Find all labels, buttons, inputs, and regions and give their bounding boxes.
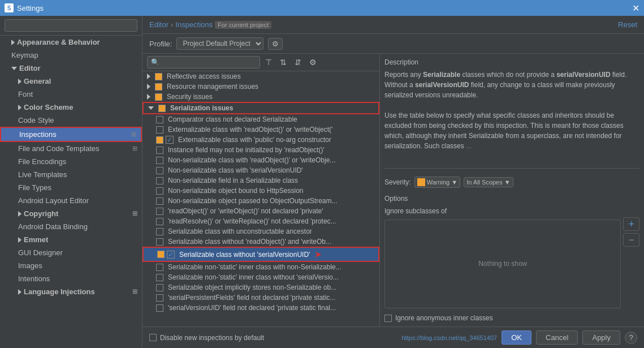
check-sv[interactable] [156, 304, 163, 312]
sidebar-item-appearance[interactable]: Appearance & Behavior [0, 36, 142, 49]
sidebar-item-file-types[interactable]: File Types [0, 181, 142, 194]
tree-item-instance-field[interactable]: Instance field may not be initialized by… [142, 145, 379, 155]
check-nss[interactable] [156, 197, 163, 205]
tree-label: Non-serializable class with 'readObject(… [168, 156, 335, 164]
disable-inspections-label: Disable new inspections by default [160, 334, 264, 342]
tree-item-externalizable2[interactable]: ✓ Externalizable class with 'public' no-… [142, 135, 379, 145]
check-su[interactable] [156, 228, 163, 235]
check-sn[interactable] [156, 264, 163, 271]
sidebar-item-font[interactable]: Font [0, 88, 142, 101]
ignore-anonymous-checkbox[interactable] [384, 315, 392, 322]
tree-item-serial-nonstatic2[interactable]: Serializable non-'static' inner class wi… [142, 272, 379, 282]
check-nsf[interactable] [156, 177, 163, 184]
tree-item-serial-implicit[interactable]: Serializable object implicitly stores no… [142, 282, 379, 293]
check-comparator[interactable] [156, 116, 163, 123]
check-tick-swu[interactable]: ✓ [167, 251, 175, 259]
close-button[interactable]: ✕ [632, 3, 639, 14]
tree-label: 'serialPersistentFields' field not decla… [168, 294, 335, 302]
sidebar-item-copyright[interactable]: Copyright ⊞ [0, 207, 142, 220]
desc-text: Reports any Serializable classes which d… [384, 70, 639, 164]
scope-select[interactable]: In All Scopes ▼ [464, 177, 513, 187]
check-sp[interactable] [156, 294, 163, 302]
check-security[interactable] [155, 93, 162, 101]
ok-button[interactable]: OK [502, 330, 531, 345]
expand-all-button[interactable]: ⇅ [277, 57, 289, 68]
sidebar-item-emmet[interactable]: Emmet [0, 233, 142, 246]
tree-item-serial-nonstatic[interactable]: Serializable non-'static' inner class wi… [142, 262, 379, 272]
tree-item-nonserial1[interactable]: Non-serializable class with 'readObject(… [142, 155, 379, 165]
check-nso[interactable] [156, 187, 163, 195]
reset-button[interactable]: Reset [618, 20, 637, 29]
check-serialization[interactable] [158, 105, 166, 112]
filter-button[interactable]: ⊤ [262, 57, 275, 68]
tree-item-nonserial2[interactable]: Non-serializable class with 'serialVersi… [142, 165, 379, 175]
tree-item-serialization[interactable]: Serialization issues [142, 102, 379, 114]
tree-toolbar: ⊤ ⇅ ⇵ ⚙ [142, 54, 379, 71]
sidebar-item-live-templates[interactable]: Live Templates [0, 168, 142, 181]
sidebar-item-android-data-binding[interactable]: Android Data Binding [0, 220, 142, 233]
sidebar-item-images[interactable]: Images [0, 259, 142, 272]
tree-item-comparator[interactable]: Comparator class not declared Serializab… [142, 114, 379, 124]
tree-search-input[interactable] [147, 56, 260, 68]
sidebar-item-intentions[interactable]: Intentions [0, 272, 142, 285]
apply-button[interactable]: Apply [582, 330, 620, 345]
check-ext2[interactable] [156, 136, 163, 144]
tree-item-nonserial-field[interactable]: Non-serializable field in a Serializable… [142, 175, 379, 186]
sidebar-item-android-layout-editor[interactable]: Android Layout Editor [0, 194, 142, 207]
arrow-down-icon [11, 67, 17, 70]
check-ext1[interactable] [156, 126, 163, 134]
check-reflective[interactable] [155, 73, 162, 80]
sidebar-item-editor[interactable]: Editor [0, 62, 142, 75]
tree-item-externalizable1[interactable]: Externalizable class with 'readObject()'… [142, 124, 379, 135]
check-resource[interactable] [155, 83, 162, 91]
check-instance[interactable] [156, 147, 163, 154]
sidebar-item-color-scheme[interactable]: Color Scheme [0, 101, 142, 114]
profile-gear-button[interactable]: ⚙ [268, 38, 283, 50]
bottom-left: Disable new inspections by default [149, 334, 264, 342]
sidebar-item-file-encodings[interactable]: File Encodings [0, 155, 142, 168]
settings-button[interactable]: ⚙ [306, 57, 319, 68]
breadcrumb-editor[interactable]: Editor [149, 20, 168, 29]
sidebar-item-language-injections[interactable]: Language Injections ⊞ [0, 285, 142, 298]
profile-row: Profile: Project Default Project ⚙ [142, 34, 644, 54]
check-si[interactable] [156, 284, 163, 291]
tree-item-security[interactable]: Security issues [142, 92, 379, 102]
sidebar-item-code-style[interactable]: Code Style [0, 114, 142, 127]
tree-item-reflective[interactable]: Reflective access issues [142, 71, 379, 81]
tree-item-nonserial-stream[interactable]: Non-serializable object passed to Object… [142, 196, 379, 206]
tree-item-serial-readobj[interactable]: Serializable class without 'readObject()… [142, 237, 379, 247]
profile-select[interactable]: Project Default Project [176, 37, 263, 50]
help-button[interactable]: ? [625, 332, 637, 344]
severity-value: Warning [427, 179, 450, 186]
severity-select[interactable]: Warning ▼ [414, 177, 460, 188]
collapse-all-button[interactable]: ⇵ [292, 57, 304, 68]
tree-item-readobject[interactable]: 'readObject()' or 'writeObject()' not de… [142, 206, 379, 216]
remove-button[interactable]: − [623, 233, 639, 247]
tree-item-resource-mgmt[interactable]: Resource management issues [142, 81, 379, 92]
cancel-button[interactable]: Cancel [536, 330, 578, 345]
tree-item-serial-persistent[interactable]: 'serialPersistentFields' field not decla… [142, 293, 379, 303]
check-tick-ext2[interactable]: ✓ [166, 136, 174, 144]
add-button[interactable]: + [623, 217, 639, 231]
tree-item-nonserial-obj[interactable]: Non-serializable object bound to HttpSes… [142, 186, 379, 196]
sidebar-item-file-code-templates[interactable]: File and Code Templates ⊞ [0, 142, 142, 155]
check-sro[interactable] [156, 238, 163, 246]
tree-label: Reflective access issues [167, 72, 241, 80]
sidebar-search-input[interactable] [5, 19, 137, 32]
tree-item-readresolve[interactable]: 'readResolve()' or 'writeReplace()' not … [142, 216, 379, 226]
check-swu[interactable] [157, 251, 165, 258]
tree-label: Non-serializable object bound to HttpSes… [168, 187, 303, 195]
check-rr[interactable] [156, 218, 163, 225]
sidebar-item-inspections[interactable]: Inspections ⊞ [0, 127, 142, 142]
check-ns1[interactable] [156, 157, 163, 164]
check-sn2[interactable] [156, 274, 163, 281]
tree-item-serial-unconstr[interactable]: Serializable class with unconstructable … [142, 226, 379, 237]
tree-item-serial-version[interactable]: 'serialVersionUID' field not declared 'p… [142, 303, 379, 313]
sidebar-item-general[interactable]: General [0, 75, 142, 88]
sidebar-item-keymap[interactable]: Keymap [0, 49, 142, 62]
check-ns2[interactable] [156, 167, 163, 174]
sidebar-item-gui-designer[interactable]: GUI Designer [0, 246, 142, 259]
disable-inspections-checkbox[interactable] [149, 334, 157, 341]
tree-item-serial-without-uid[interactable]: ✓ Serializable class without 'serialVers… [142, 247, 379, 262]
check-ro[interactable] [156, 208, 163, 215]
